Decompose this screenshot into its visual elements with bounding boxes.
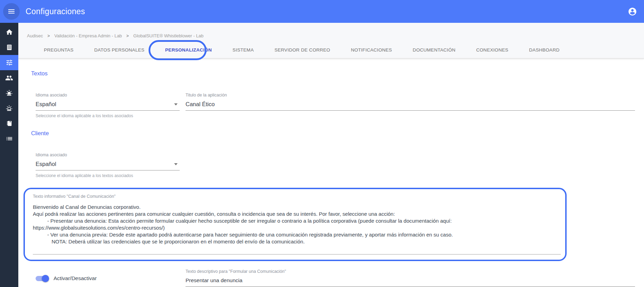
tab-conexiones[interactable]: CONEXIONES: [466, 42, 519, 58]
activar-desactivar-label: Activar/Desactivar: [54, 275, 97, 281]
idioma-asociado-select[interactable]: Español: [36, 157, 180, 170]
texto-descriptivo-value: Presentar una denuncia: [186, 277, 243, 284]
tab-datos-personales[interactable]: DATOS PERSONALES: [84, 42, 155, 58]
activar-desactivar-toggle[interactable]: [36, 276, 48, 281]
texto-informativo-label: Texto informativo "Canal de Comunicación…: [33, 194, 635, 199]
sidebar-item-users[interactable]: [0, 70, 18, 85]
hamburger-menu-button[interactable]: [3, 3, 20, 20]
breadcrumb-item-empresa[interactable]: Validación - Empresa Admin - Lab: [54, 33, 122, 38]
sidebar-item-incidents[interactable]: [0, 101, 18, 116]
texto-informativo-textarea[interactable]: Bienvenido al Canal de Denuncias corpora…: [33, 204, 559, 245]
breadcrumb-item-whistleblower[interactable]: GlobalSUITE® Whistleblower - Lab: [133, 33, 203, 38]
chevron-right-icon: >: [47, 34, 50, 38]
chevron-right-icon: >: [126, 34, 129, 38]
top-strip: Audisec > Validación - Empresa Admin - L…: [18, 23, 644, 58]
idioma-asociado-field-textos: Idioma asociado Español Seleccione el id…: [36, 93, 180, 118]
users-icon: [5, 74, 13, 82]
tab-personalizacion[interactable]: PERSONALIZACIÓN: [155, 42, 222, 58]
titulo-aplicacion-value: Canal Ético: [186, 101, 215, 108]
settings-sliders-icon: [6, 59, 13, 66]
textos-fields-row: Idioma asociado Español Seleccione el id…: [31, 93, 635, 118]
activar-desactivar-row: Activar/Desactivar: [36, 275, 180, 281]
section-title-cliente: Cliente: [31, 130, 635, 137]
dropdown-arrow-icon: [174, 163, 178, 165]
sidebar-item-home[interactable]: [0, 25, 18, 40]
tab-dashboard[interactable]: DASHBOARD: [519, 42, 570, 58]
settings-form: Textos Idioma asociado Español Seleccion…: [18, 70, 644, 287]
cliente-fields-row: Idioma asociado Español Seleccione el id…: [31, 152, 635, 178]
tab-preguntas[interactable]: PREGUNTAS: [34, 42, 84, 58]
main-content: Audisec > Validación - Empresa Admin - L…: [18, 23, 644, 287]
idioma-asociado-value: Español: [36, 161, 56, 167]
titulo-aplicacion-label: Titulo de la aplicación: [186, 93, 635, 98]
tab-servidor-de-correo[interactable]: SERVIDOR DE CORREO: [264, 42, 340, 58]
texto-informativo-underline: [33, 254, 561, 254]
breadcrumb-item-audisec[interactable]: Audisec: [27, 33, 43, 38]
tab-bar: PREGUNTAS DATOS PERSONALES PERSONALIZACI…: [18, 42, 644, 58]
siren-outline-icon: [5, 104, 13, 112]
idioma-asociado-value: Español: [36, 101, 56, 108]
titulo-aplicacion-input[interactable]: Canal Ético: [186, 98, 635, 111]
tab-notificaciones[interactable]: NOTIFICACIONES: [341, 42, 402, 58]
account-circle-icon: [628, 7, 637, 16]
account-button[interactable]: [625, 4, 639, 18]
idioma-asociado-label: Idioma asociado: [36, 152, 180, 157]
hamburger-icon: [7, 7, 16, 16]
bottom-row: Activar/Desactivar Texto descriptivo par…: [31, 269, 635, 287]
titulo-aplicacion-field: Titulo de la aplicación Canal Ético: [186, 93, 635, 111]
idioma-asociado-select[interactable]: Español: [36, 98, 180, 111]
notebook-icon: [6, 120, 13, 127]
sidebar-item-list[interactable]: [0, 131, 18, 146]
sidebar-item-settings[interactable]: [0, 55, 18, 70]
texto-informativo-field: Texto informativo "Canal de Comunicación…: [31, 194, 635, 254]
toggle-thumb: [42, 275, 49, 282]
dropdown-arrow-icon: [174, 103, 178, 105]
texto-descriptivo-input[interactable]: Presentar una denuncia: [186, 274, 635, 287]
tab-sistema[interactable]: SISTEMA: [222, 42, 264, 58]
texto-descriptivo-field: Texto descriptivo para "Formular una Com…: [186, 269, 635, 287]
tab-documentacion[interactable]: DOCUMENTACIÓN: [402, 42, 466, 58]
breadcrumb: Audisec > Validación - Empresa Admin - L…: [18, 23, 644, 38]
texto-descriptivo-label: Texto descriptivo para "Formular una Com…: [186, 269, 635, 274]
idioma-asociado-helper: Seleccione el idioma aplicable a los tex…: [36, 173, 180, 178]
siren-icon: [5, 89, 13, 97]
sidebar-item-alerts[interactable]: [0, 85, 18, 101]
idioma-asociado-label: Idioma asociado: [36, 93, 180, 98]
idioma-asociado-helper: Seleccione el idioma aplicable a los tex…: [36, 113, 180, 118]
sidebar-item-company[interactable]: [0, 40, 18, 55]
app-header: Configuraciones: [0, 0, 644, 23]
list-icon: [6, 135, 13, 142]
section-title-textos: Textos: [31, 70, 635, 77]
sidebar-nav: [0, 23, 18, 287]
sidebar-item-notebook[interactable]: [0, 116, 18, 131]
home-icon: [6, 28, 13, 36]
building-icon: [6, 44, 13, 51]
idioma-asociado-field-cliente: Idioma asociado Español Seleccione el id…: [36, 152, 180, 178]
page-title: Configuraciones: [26, 7, 85, 16]
